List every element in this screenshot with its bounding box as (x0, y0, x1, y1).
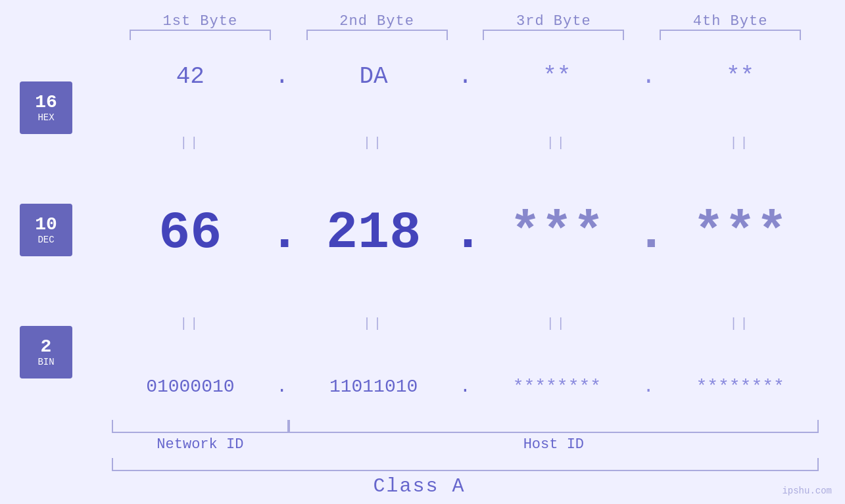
bin-val-1: 01000010 (112, 377, 269, 397)
byte-headers: 1st Byte 2nd Byte 3rd Byte 4th Byte (20, 0, 825, 30)
dec-row: 66 . 218 . *** . *** (112, 196, 819, 270)
hex-val-1: 42 (112, 63, 269, 90)
byte-headers-inner: 1st Byte 2nd Byte 3rd Byte 4th Byte (112, 13, 819, 30)
host-bracket (289, 420, 819, 433)
network-id-label: Network ID (112, 433, 289, 453)
bin-dot-3: . (635, 377, 662, 397)
id-labels-inner: Network ID Host ID (112, 433, 819, 453)
class-label-row: Class A (20, 471, 819, 504)
dec-dot-1: . (269, 202, 295, 265)
dec-val-3: *** (479, 207, 636, 260)
dec-dot-2: . (452, 202, 479, 265)
sep-hd-2: || (295, 135, 452, 150)
sep-hex-dec: || || || || (112, 135, 819, 150)
sep-db-3: || (479, 316, 636, 331)
hex-dot-2: . (452, 63, 479, 90)
bracket-1 (130, 30, 271, 40)
hex-base: HEX (37, 112, 54, 123)
bin-number: 2 (41, 337, 52, 357)
dec-dot-3: . (635, 196, 662, 270)
bracket-3 (483, 30, 624, 40)
class-bracket-row (20, 458, 819, 471)
top-bracket-row (20, 30, 825, 40)
sep-hd-4: || (662, 135, 819, 150)
bracket-2 (306, 30, 448, 40)
byte-label-1: 1st Byte (112, 13, 289, 30)
hex-number: 16 (35, 93, 57, 113)
bracket-4 (660, 30, 801, 40)
hex-val-4: ** (662, 63, 819, 90)
bin-val-2: 11011010 (295, 377, 452, 397)
hex-row: 42 . DA . ** . ** (112, 63, 819, 90)
sep-db-1: || (112, 316, 269, 331)
dec-base: DEC (37, 235, 54, 245)
bin-base: BIN (37, 357, 54, 367)
dec-val-1: 66 (112, 207, 269, 260)
dec-val-2: 218 (295, 207, 452, 260)
bin-val-3: ******** (479, 377, 636, 397)
dec-number: 10 (35, 215, 57, 235)
bottom-bracket-row (20, 420, 819, 433)
bracket-inner (112, 30, 819, 40)
byte-label-2: 2nd Byte (289, 13, 466, 30)
class-label: Class A (373, 475, 465, 497)
id-labels-row: Network ID Host ID (20, 433, 819, 453)
bin-dot-1: . (269, 377, 295, 397)
sep-hd-3: || (479, 135, 636, 150)
bin-badge: 2 BIN (20, 326, 72, 378)
hex-val-2: DA (295, 63, 452, 90)
bin-row: 01000010 . 11011010 . ******** . *******… (112, 377, 819, 397)
bin-dot-2: . (452, 377, 479, 397)
sep-hd-1: || (112, 135, 269, 150)
hex-badge: 16 HEX (20, 81, 72, 134)
sep-dec-bin: || || || || (112, 316, 819, 331)
sep-db-2: || (295, 316, 452, 331)
host-id-label: Host ID (289, 433, 819, 453)
hex-dot-1: . (269, 63, 295, 90)
byte-label-3: 3rd Byte (466, 13, 642, 30)
bottom-area: Network ID Host ID Class A (20, 420, 825, 504)
bin-val-4: ******** (662, 377, 819, 397)
network-bracket (112, 420, 289, 433)
dec-val-4: *** (662, 207, 819, 260)
hex-dot-3: . (635, 63, 662, 90)
watermark: ipshu.com (782, 486, 832, 496)
label-column: 16 HEX 10 DEC 2 BIN (20, 40, 112, 420)
sep-db-4: || (662, 316, 819, 331)
byte-label-4: 4th Byte (642, 13, 819, 30)
main-container: 1st Byte 2nd Byte 3rd Byte 4th Byte (0, 0, 845, 504)
bottom-brackets-inner (112, 420, 819, 433)
dec-badge: 10 DEC (20, 204, 72, 256)
class-bracket (112, 458, 819, 471)
hex-val-3: ** (479, 63, 636, 90)
